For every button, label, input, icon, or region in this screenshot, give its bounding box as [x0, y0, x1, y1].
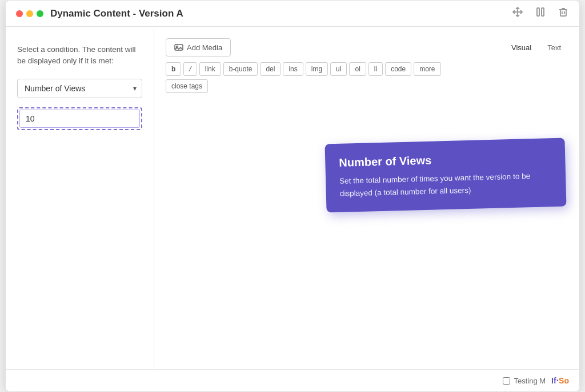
move-icon[interactable]	[512, 6, 523, 21]
tooltip-description: Set the total number of times you want t…	[339, 169, 551, 200]
bold-button[interactable]: b	[166, 62, 181, 76]
testing-label: Testing M	[514, 377, 546, 385]
main-content: Select a condition. The content will be …	[6, 27, 579, 369]
code-button[interactable]: code	[385, 62, 411, 76]
title-bar-right	[512, 6, 569, 21]
del-button[interactable]: del	[260, 62, 281, 76]
add-media-icon	[174, 43, 183, 52]
tooltip-title: Number of Views	[339, 151, 550, 169]
brand-logo: If·So	[551, 375, 569, 386]
format-bar-2: close tags	[166, 79, 568, 93]
window-title: Dynamic Content - Version A	[50, 8, 183, 19]
condition-dropdown[interactable]: Number of Views Number of Sessions User …	[17, 79, 142, 98]
text-view-button[interactable]: Text	[540, 41, 568, 55]
left-panel: Select a condition. The content will be …	[6, 27, 154, 369]
condition-dropdown-wrapper: Number of Views Number of Sessions User …	[17, 79, 142, 98]
blockquote-button[interactable]: b-quote	[223, 62, 258, 76]
delete-icon[interactable]	[558, 6, 569, 21]
close-dot	[16, 10, 23, 17]
maximize-dot	[37, 10, 43, 17]
ins-button[interactable]: ins	[283, 62, 303, 76]
italic-button[interactable]: /	[183, 62, 197, 76]
main-window: Dynamic Content - Version A	[6, 1, 579, 391]
visual-view-button[interactable]: Visual	[504, 41, 538, 55]
ul-button[interactable]: ul	[330, 62, 347, 76]
views-input-wrapper	[17, 107, 142, 130]
svg-rect-4	[560, 10, 566, 16]
testing-checkbox[interactable]	[503, 377, 510, 385]
right-panel: Add Media Visual Text b / link b-quote d…	[154, 27, 579, 369]
title-bar: Dynamic Content - Version A	[6, 1, 579, 27]
views-input[interactable]	[19, 110, 140, 128]
title-bar-left: Dynamic Content - Version A	[16, 8, 183, 19]
li-button[interactable]: li	[368, 62, 383, 76]
view-toggle: Visual Text	[504, 41, 568, 55]
testing-checkbox-wrapper: Testing M	[503, 377, 546, 385]
pause-icon[interactable]	[535, 6, 546, 21]
svg-rect-2	[537, 8, 539, 16]
tooltip-popup: Number of Views Set the total number of …	[324, 138, 566, 213]
svg-rect-3	[542, 8, 544, 16]
more-button[interactable]: more	[414, 62, 440, 76]
add-media-label: Add Media	[187, 43, 222, 52]
close-tags-button[interactable]: close tags	[166, 79, 208, 93]
add-media-button[interactable]: Add Media	[166, 38, 231, 56]
traffic-lights	[16, 10, 43, 17]
format-bar: b / link b-quote del ins img ul ol li co…	[166, 62, 568, 76]
img-button[interactable]: img	[306, 62, 328, 76]
minimize-dot	[26, 10, 33, 17]
link-button[interactable]: link	[199, 62, 221, 76]
editor-toolbar: Add Media Visual Text	[166, 38, 568, 56]
ol-button[interactable]: ol	[349, 62, 366, 76]
condition-label: Select a condition. The content will be …	[17, 44, 142, 67]
footer-bar: Testing M If·So	[6, 369, 579, 391]
